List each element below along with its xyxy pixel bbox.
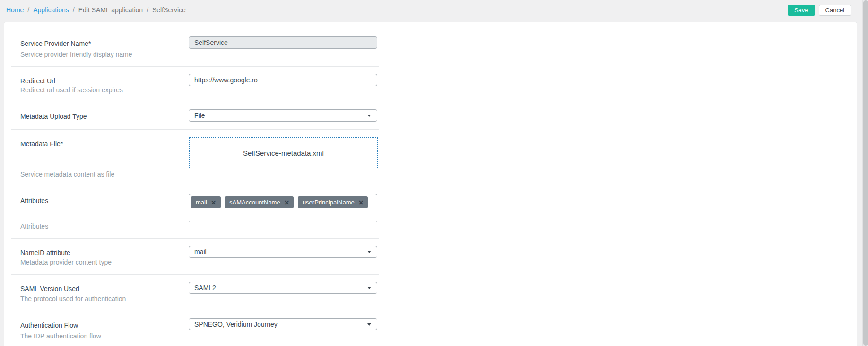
remove-tag-icon[interactable]: ✕ [284,199,290,206]
field-help: Service provider friendly display name [20,51,179,59]
field-help: The protocol used for authentication [20,295,179,303]
form-row-nameid-attribute: NameID attribute Metadata provider conte… [11,239,379,275]
field-col: File [189,109,377,122]
breadcrumb-separator: / [147,6,148,14]
saml-version-select[interactable]: SAML2 [189,282,377,294]
label-col: NameID attribute Metadata provider conte… [11,246,189,266]
tag-label: sAMAccountName [229,199,280,206]
content-panel: Service Provider Name* Service provider … [4,22,857,346]
field-col [189,74,377,94]
top-bar: Home / Applications / Edit SAML applicat… [0,0,868,22]
field-label: Attributes [20,197,179,205]
breadcrumb: Home / Applications / Edit SAML applicat… [6,6,186,14]
selected-value: SPNEGO, Veridium Journey [194,320,278,328]
metadata-file-dropzone[interactable]: SelfService-metadata.xml [189,137,378,169]
field-col: mail [189,246,377,266]
field-label: Metadata Upload Type [20,113,179,121]
label-col: Metadata File* Service metadata content … [11,137,189,178]
label-col: Redirect Url Redirect url used if sessio… [11,74,189,94]
field-label: NameID attribute [20,249,179,257]
field-col: SelfService-metadata.xml [189,137,377,178]
uploaded-file-name: SelfService-metadata.xml [243,149,324,157]
form-row-metadata-file: Metadata File* Service metadata content … [11,130,379,186]
form-row-authentication-flow: Authentication Flow The IDP authenticati… [11,311,379,346]
selected-value: File [194,112,205,119]
form-row-redirect-url: Redirect Url Redirect url used if sessio… [11,67,379,102]
vertical-scrollbar [862,0,868,346]
tag-chip: mail ✕ [191,196,221,208]
topbar-actions: Save Cancel [788,5,851,16]
field-col: mail ✕ sAMAccountName ✕ userPrincipalNam… [189,194,377,231]
label-col: Authentication Flow The IDP authenticati… [11,318,189,340]
field-label: Metadata File* [20,140,179,148]
field-col: SAML2 [189,282,377,303]
breadcrumb-separator: / [27,6,29,14]
cancel-button[interactable]: Cancel [819,5,851,16]
field-help: The IDP authentication flow [20,332,179,340]
chevron-down-icon [367,287,371,289]
tag-chip: userPrincipalName ✕ [298,196,368,208]
breadcrumb-separator: / [73,6,75,14]
breadcrumb-home-link[interactable]: Home [6,6,24,14]
breadcrumb-applications-link[interactable]: Applications [33,6,69,14]
form-row-saml-version: SAML Version Used The protocol used for … [11,275,379,311]
field-col: SPNEGO, Veridium Journey [189,318,377,340]
metadata-upload-type-select[interactable]: File [189,109,377,122]
remove-tag-icon[interactable]: ✕ [358,199,364,206]
field-label: SAML Version Used [20,285,179,293]
form-row-attributes: Attributes Attributes mail ✕ sAMAccountN… [11,186,379,239]
form-row-service-provider-name: Service Provider Name* Service provider … [11,29,379,67]
tag-label: mail [196,199,207,206]
label-col: SAML Version Used The protocol used for … [11,282,189,303]
field-label: Authentication Flow [20,321,179,329]
form-row-metadata-upload-type: Metadata Upload Type File [11,102,379,130]
save-button[interactable]: Save [788,5,815,16]
redirect-url-input[interactable] [189,74,377,86]
chevron-down-icon [367,251,371,253]
label-col: Service Provider Name* Service provider … [11,36,189,59]
authentication-flow-select[interactable]: SPNEGO, Veridium Journey [189,318,377,330]
label-col: Metadata Upload Type [11,109,189,122]
scrollbar-thumb[interactable] [863,0,868,346]
tag-label: userPrincipalName [303,199,355,206]
field-help: Metadata provider content type [20,258,179,266]
nameid-attribute-select[interactable]: mail [189,246,377,258]
breadcrumb-current-selfservice: SelfService [152,6,186,14]
field-help: Service metadata content as file [20,170,179,178]
label-col: Attributes Attributes [11,194,189,231]
chevron-down-icon [367,323,371,326]
breadcrumb-edit-saml-application: Edit SAML application [78,6,143,14]
edit-saml-form: Service Provider Name* Service provider … [11,29,379,346]
field-label: Service Provider Name* [20,40,179,48]
remove-tag-icon[interactable]: ✕ [211,199,217,206]
field-help: Attributes [20,222,179,231]
selected-value: mail [194,248,207,256]
field-help: Redirect url used if session expires [20,86,179,94]
selected-value: SAML2 [194,284,216,292]
attributes-tag-input[interactable]: mail ✕ sAMAccountName ✕ userPrincipalNam… [189,194,377,222]
service-provider-name-input[interactable] [189,36,377,49]
chevron-down-icon [367,115,371,117]
field-label: Redirect Url [20,77,179,85]
field-col [189,36,377,59]
tag-chip: sAMAccountName ✕ [225,196,294,208]
